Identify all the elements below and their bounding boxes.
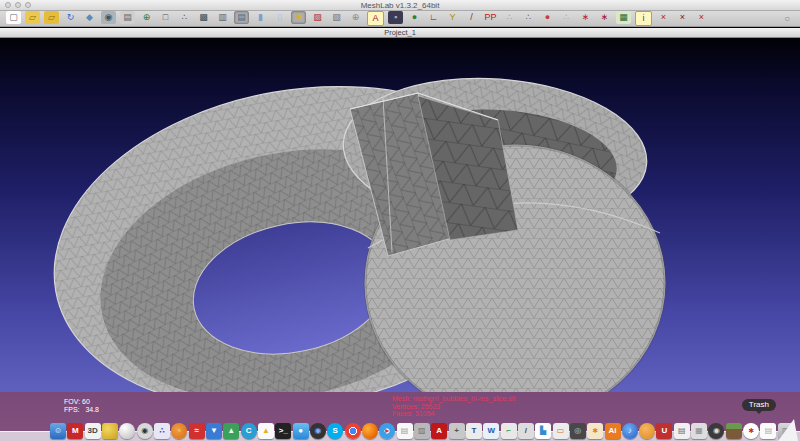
dock-pyramid-eye[interactable]: ▲ xyxy=(223,423,239,439)
background-tile-button[interactable]: ▪ xyxy=(388,11,403,24)
dock-white-sphere[interactable] xyxy=(119,423,135,439)
landscape-photo-button[interactable]: ▦ xyxy=(616,11,631,24)
main-toolbar: ▢▱▱↻◆◉▤⊕□∴▩▥▤▮▯☀▨▧⊕A▪●∟Y/PP∴∴●∴∗∗▦i××× ○ xyxy=(0,11,800,27)
background-tile-button-glyph: ▪ xyxy=(394,11,397,24)
dock-blender[interactable]: ◦ xyxy=(171,423,187,439)
dock-acrobat[interactable]: A xyxy=(431,423,447,439)
axes-plot-button[interactable]: ∟ xyxy=(426,11,441,24)
decorators-button[interactable]: ▧ xyxy=(329,11,344,24)
dock-textedit[interactable]: T xyxy=(466,423,482,439)
light-toggle-button[interactable]: ☀ xyxy=(291,11,306,24)
apple-mesh-button[interactable]: ● xyxy=(540,11,555,24)
reload-mesh-button[interactable]: ↻ xyxy=(63,11,78,24)
dock-meshmixer-glyph: ▼ xyxy=(210,423,218,439)
trackball-button[interactable]: ⊕ xyxy=(348,11,363,24)
gl-viewport[interactable] xyxy=(0,38,800,441)
dock-terminal[interactable]: >_ xyxy=(275,423,291,439)
dock-pyramid-eye-glyph: ▲ xyxy=(227,423,235,439)
render-bbox-button[interactable]: □ xyxy=(158,11,173,24)
texture-toggle-button[interactable]: ▨ xyxy=(310,11,325,24)
dock-notes-pair-glyph: ▤ xyxy=(678,423,686,439)
viewport-hud: FOV: 60 FPS: 34.8 xyxy=(64,398,99,413)
dock-safari[interactable]: ▸ xyxy=(379,423,395,439)
dock-notes-pair[interactable]: ▤ xyxy=(674,423,690,439)
open-project-button[interactable]: ▱ xyxy=(25,11,40,24)
save-project-button[interactable]: ◆ xyxy=(82,11,97,24)
dock-video-cam[interactable]: ◎ xyxy=(570,423,586,439)
search-icon[interactable]: ○ xyxy=(784,13,790,24)
delete-raster-button[interactable]: × xyxy=(694,11,709,24)
render-bbox-button-glyph: □ xyxy=(163,11,168,24)
dock-word-waves[interactable]: W xyxy=(483,423,499,439)
render-flat-lines-button[interactable]: ▤ xyxy=(234,11,249,24)
dock-messages[interactable]: ● xyxy=(293,423,309,439)
dock-pen-tool[interactable]: / xyxy=(518,423,534,439)
red-mesh1-button[interactable]: ∗ xyxy=(578,11,593,24)
ambient-occlusion-button[interactable]: A xyxy=(367,11,384,26)
dock-cura[interactable]: C xyxy=(241,423,257,439)
render-flat-button[interactable]: ▮ xyxy=(253,11,268,24)
dock-itunes[interactable]: ♪ xyxy=(622,423,638,439)
web-export-button[interactable]: ⊕ xyxy=(139,11,154,24)
graph-spheres-button[interactable]: ∴ xyxy=(521,11,536,24)
layers-dialog-button[interactable]: ▤ xyxy=(120,11,135,24)
pp-filter-button[interactable]: PP xyxy=(483,11,498,24)
red-mesh2-button[interactable]: ∗ xyxy=(597,11,612,24)
dock-makerbot[interactable]: M xyxy=(67,423,83,439)
dock-messages-glyph: ● xyxy=(298,423,303,439)
dock-starburst[interactable]: ∗ xyxy=(587,423,603,439)
dock-photo-booth[interactable]: ◉ xyxy=(310,423,326,439)
delete-all-mesh-button[interactable]: × xyxy=(675,11,690,24)
pliers-tool-button-glyph: Y xyxy=(449,11,455,24)
dock-gray-tool[interactable]: + xyxy=(449,423,465,439)
render-smooth-button[interactable]: ▯ xyxy=(272,11,287,24)
project-tab-bar[interactable]: Project_1 xyxy=(0,28,800,38)
render-wireframe-button[interactable]: ▩ xyxy=(196,11,211,24)
mesh-name-label: Mesh: mathgrrl_bubbles_hi-res_slice.stl xyxy=(392,395,515,402)
dock-finder[interactable]: ☺ xyxy=(50,423,66,439)
dock-3d-app[interactable]: 3D xyxy=(85,423,101,439)
import-mesh-button[interactable]: ▱ xyxy=(44,11,59,24)
dock-red-gear[interactable]: ∗ xyxy=(743,423,759,439)
dock-chart-app[interactable]: ▙ xyxy=(535,423,551,439)
dock-red-beacon[interactable]: ≈ xyxy=(189,423,205,439)
dock-orange-circle[interactable] xyxy=(639,423,655,439)
dock-pages-stack[interactable]: ▤ xyxy=(397,423,413,439)
info-button[interactable]: i xyxy=(635,11,652,26)
dock-illustrator[interactable]: Ai xyxy=(605,423,621,439)
dock-molecules[interactable]: ∴ xyxy=(154,423,170,439)
dock-google-drive[interactable]: ▲ xyxy=(258,423,274,439)
dock-keynote[interactable]: ▭ xyxy=(553,423,569,439)
dock-red-cup[interactable]: U xyxy=(656,423,672,439)
dock-calculator[interactable]: ▦ xyxy=(691,423,707,439)
graph-nodes2-button[interactable]: ∴ xyxy=(559,11,574,24)
render-points-button[interactable]: ∴ xyxy=(177,11,192,24)
dock-steering-wheel[interactable]: ◉ xyxy=(708,423,724,439)
snapshot-button[interactable]: ◉ xyxy=(101,11,116,24)
delete-current-mesh-button[interactable]: × xyxy=(656,11,671,24)
light-toggle-button-glyph: ☀ xyxy=(294,11,302,24)
dock-acrobat-glyph: A xyxy=(436,423,442,439)
dock-chrome[interactable] xyxy=(345,423,361,439)
pliers-tool-button[interactable]: Y xyxy=(445,11,460,24)
dock-gimp[interactable]: ◉ xyxy=(137,423,153,439)
dock-gray-photos[interactable]: ▨ xyxy=(414,423,430,439)
dock-meshmixer[interactable]: ▼ xyxy=(206,423,222,439)
dock-document-stack-glyph: ▤ xyxy=(765,423,773,439)
dock-green-chair[interactable]: ⌐ xyxy=(501,423,517,439)
paint-tool-button[interactable]: / xyxy=(464,11,479,24)
dock-minecraft[interactable] xyxy=(726,423,742,439)
import-mesh-button-glyph: ▱ xyxy=(48,11,55,24)
green-sphere-button[interactable]: ● xyxy=(407,11,422,24)
dock-firefox[interactable] xyxy=(362,423,378,439)
graph-nodes-button[interactable]: ∴ xyxy=(502,11,517,24)
dock-sketchup[interactable] xyxy=(102,423,118,439)
dock-skype[interactable]: S xyxy=(327,423,343,439)
dock-document-stack[interactable]: ▤ xyxy=(760,423,776,439)
new-project-button[interactable]: ▢ xyxy=(6,11,21,24)
render-hidden-lines-button[interactable]: ▥ xyxy=(215,11,230,24)
dock-red-cup-glyph: U xyxy=(662,423,668,439)
render-hidden-lines-button-glyph: ▥ xyxy=(218,11,227,24)
dock-gimp-glyph: ◉ xyxy=(141,423,148,439)
window-titlebar[interactable]: MeshLab v1.3.2_64bit xyxy=(0,0,800,11)
